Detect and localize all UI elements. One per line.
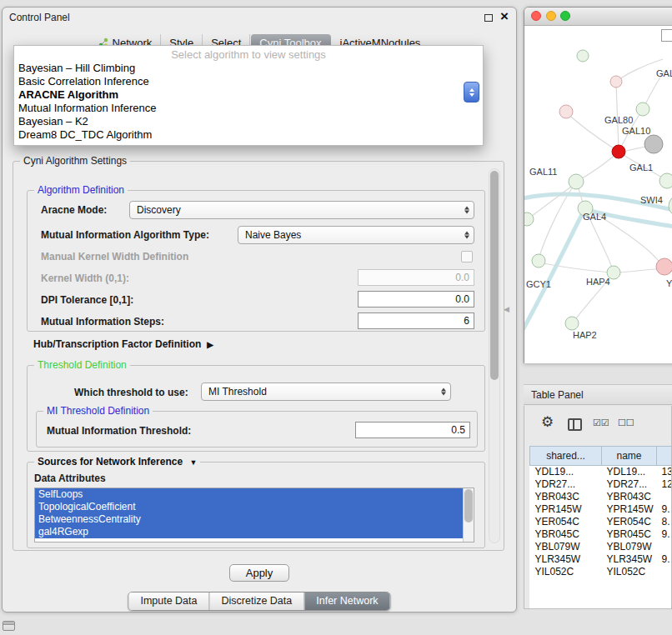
network-node[interactable] (565, 317, 579, 330)
node-label: GAL1 (629, 162, 653, 172)
data-attribute-item[interactable]: gal4RGexp (35, 526, 464, 538)
network-canvas[interactable]: GALGAL80GAL10GAL11GAL1SWI4GAL4GCY1HAP4YH… (524, 26, 672, 363)
network-node[interactable] (610, 76, 622, 88)
mi-algorithm-type-select[interactable]: Naive Bayes (238, 226, 474, 244)
mi-threshold-input[interactable] (355, 422, 470, 438)
network-edge (617, 268, 662, 272)
table-cell[interactable]: YBR043C (602, 491, 657, 503)
table-cell[interactable]: YER054C (602, 516, 657, 528)
minimize-window-button[interactable] (546, 11, 556, 21)
tab-discretize-data[interactable]: Discretize Data (209, 592, 304, 610)
algorithm-option[interactable]: Mutual Information Inference (14, 102, 483, 115)
settings-scrollbar[interactable] (489, 168, 500, 543)
minimized-panel-icon[interactable] (3, 621, 15, 631)
table-row[interactable]: YPR145WYPR145W9. (530, 503, 672, 516)
tab-impute-data[interactable]: Impute Data (128, 592, 208, 610)
table-cell[interactable]: 13 (657, 466, 672, 479)
unchecked-boxes-icon[interactable]: ☐☐ (618, 418, 634, 428)
table-cell[interactable]: 9. (657, 553, 672, 566)
table-row[interactable]: YIL052CYIL052C (530, 566, 672, 578)
table-cell[interactable]: YDL19... (530, 466, 602, 479)
close-window-button[interactable] (531, 11, 541, 21)
table-cell[interactable]: YPR145W (530, 503, 602, 516)
algorithm-option[interactable]: Bayesian – K2 (14, 115, 483, 128)
table-row[interactable]: YLR345WYLR345W9. (530, 553, 672, 566)
table-cell[interactable]: 9. (657, 503, 672, 516)
data-attributes-list: SelfLoopsTopologicalCoefficientBetweenne… (34, 488, 474, 542)
table-cell[interactable]: YBR045C (602, 528, 657, 541)
manual-kernel-checkbox[interactable] (461, 251, 473, 262)
mi-steps-input[interactable] (358, 312, 474, 329)
table-cell[interactable]: YER054C (530, 516, 602, 528)
table-cell[interactable]: YBL079W (530, 541, 602, 553)
column-header-name[interactable]: name (602, 447, 657, 466)
network-node[interactable] (669, 195, 672, 217)
network-node[interactable] (644, 135, 663, 153)
columns-icon[interactable] (568, 418, 582, 431)
birdseye-toggle[interactable] (661, 29, 672, 42)
table-cell[interactable]: YPR145W (602, 503, 657, 516)
table-cell[interactable]: 8. (657, 516, 672, 528)
table-cell[interactable]: YBR045C (530, 528, 602, 541)
network-window-titlebar[interactable] (524, 8, 672, 26)
algorithm-option[interactable]: ARACNE Algorithm (14, 88, 483, 102)
table-cell[interactable]: YLR345W (602, 553, 657, 566)
mi-threshold-label: Mutual Information Threshold: (47, 425, 191, 437)
table-cell[interactable]: YDR27... (602, 478, 657, 491)
column-header-extra[interactable] (657, 447, 672, 466)
network-node[interactable] (656, 258, 672, 275)
table-cell[interactable]: YDR27... (530, 478, 602, 491)
network-node[interactable] (524, 212, 534, 226)
table-cell[interactable]: YIL052C (530, 566, 602, 578)
network-node[interactable] (636, 102, 649, 116)
table-cell[interactable]: YBL079W (602, 541, 657, 553)
scrollbar-thumb[interactable] (464, 489, 473, 522)
table-cell[interactable] (657, 566, 672, 578)
algorithm-option[interactable]: Bayesian – Hill Climbing (14, 62, 483, 75)
table-cell[interactable]: 9. (657, 528, 672, 541)
threshold-type-select[interactable]: MI Threshold (201, 382, 451, 401)
data-attribute-item[interactable]: BetweennessCentrality (35, 513, 464, 526)
zoom-window-button[interactable] (560, 11, 570, 21)
table-cell[interactable]: YBR043C (530, 491, 602, 503)
dpi-tolerance-input[interactable] (358, 291, 474, 308)
table-row[interactable]: YBL079WYBL079W (530, 541, 672, 553)
network-node[interactable] (612, 145, 625, 158)
splitter-arrow-icon[interactable]: ◀ (504, 305, 509, 313)
table-cell[interactable]: YLR345W (530, 553, 602, 566)
close-panel-icon[interactable]: × (500, 8, 509, 25)
table-cell[interactable]: YDL19... (602, 466, 657, 479)
table-row[interactable]: YDL19...YDL19...13 (530, 466, 672, 479)
table-row[interactable]: YBR045CYBR045C9. (530, 528, 672, 541)
table-cell[interactable]: 12 (657, 478, 672, 491)
algorithm-combo-spinner[interactable] (464, 82, 479, 102)
gear-icon[interactable]: ⚙ (541, 415, 554, 429)
table-cell[interactable]: YIL052C (602, 566, 657, 578)
algorithm-option[interactable]: Dream8 DC_TDC Algorithm (14, 128, 483, 142)
network-node[interactable] (532, 254, 545, 268)
float-window-icon[interactable] (484, 14, 493, 22)
scrollbar-thumb[interactable] (490, 171, 499, 380)
table-row[interactable]: YDR27...YDR27...12 (530, 478, 672, 491)
aracne-mode-select[interactable]: Discovery (129, 201, 474, 219)
tab-infer-network[interactable]: Infer Network (303, 592, 389, 610)
hub-definition-toggle[interactable]: Hub/Transcription Factor Definition ▶ (33, 338, 213, 350)
table-cell[interactable] (657, 491, 672, 503)
network-node[interactable] (569, 174, 584, 189)
network-node[interactable] (577, 50, 589, 62)
algorithm-option[interactable]: Basic Correlation Inference (14, 75, 483, 88)
table-row[interactable]: YBR043CYBR043C (530, 491, 672, 503)
column-header-shared[interactable]: shared... (530, 447, 602, 466)
kernel-width-input[interactable] (358, 269, 474, 286)
network-node[interactable] (659, 173, 672, 188)
network-node[interactable] (559, 105, 573, 118)
apply-button[interactable]: Apply (229, 564, 289, 582)
checked-boxes-icon[interactable]: ☑☑ (593, 418, 609, 428)
panel-title: Control Panel (9, 12, 70, 23)
data-attribute-item[interactable]: TopologicalCoefficient (35, 501, 464, 513)
attributes-scrollbar[interactable] (463, 488, 474, 542)
table-cell[interactable] (657, 541, 672, 553)
data-attribute-item[interactable]: SelfLoops (35, 488, 464, 501)
sources-section-toggle[interactable]: Sources for Network Inference ▼ (34, 456, 200, 468)
table-row[interactable]: YER054CYER054C8. (530, 516, 672, 528)
